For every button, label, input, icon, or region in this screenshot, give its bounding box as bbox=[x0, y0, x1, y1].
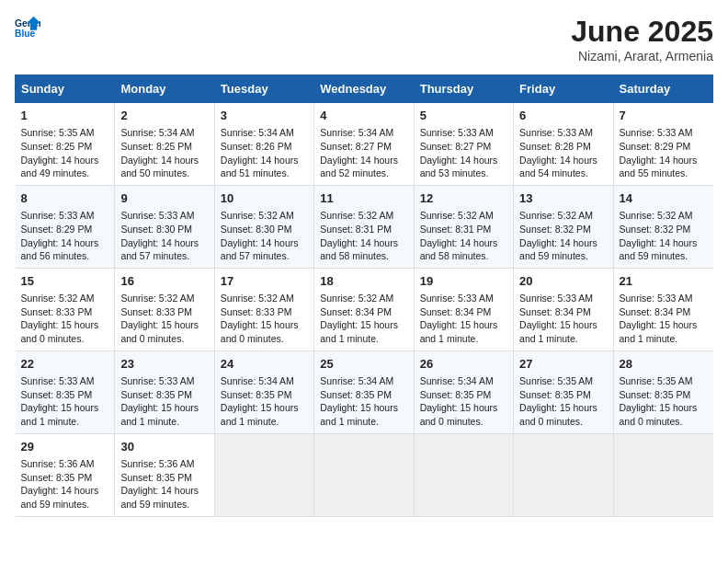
daylight-text: Daylight: 14 hours and 49 minutes. bbox=[21, 155, 99, 179]
daylight-text: Daylight: 14 hours and 57 minutes. bbox=[120, 237, 199, 262]
sunrise-text: Sunrise: 5:34 AM bbox=[221, 375, 294, 386]
calendar-cell: 3Sunrise: 5:34 AMSunset: 8:26 PMDaylight… bbox=[214, 103, 313, 186]
calendar-cell: 16Sunrise: 5:32 AMSunset: 8:33 PMDayligh… bbox=[115, 268, 214, 350]
sunset-text: Sunset: 8:35 PM bbox=[320, 389, 392, 400]
day-number: 30 bbox=[120, 439, 208, 455]
daylight-text: Daylight: 15 hours and 1 minute. bbox=[21, 402, 99, 427]
day-number: 3 bbox=[221, 108, 308, 124]
sunset-text: Sunset: 8:34 PM bbox=[519, 306, 591, 317]
daylight-text: Daylight: 14 hours and 59 minutes. bbox=[21, 485, 99, 510]
calendar-week-row: 1Sunrise: 5:35 AMSunset: 8:25 PMDaylight… bbox=[16, 103, 713, 186]
sunrise-text: Sunrise: 5:33 AM bbox=[21, 210, 95, 221]
day-number: 2 bbox=[120, 108, 208, 124]
sunset-text: Sunset: 8:27 PM bbox=[320, 141, 392, 152]
sunset-text: Sunset: 8:31 PM bbox=[420, 224, 492, 235]
day-number: 25 bbox=[320, 356, 407, 373]
calendar-cell: 10Sunrise: 5:32 AMSunset: 8:30 PMDayligh… bbox=[214, 185, 313, 268]
sunset-text: Sunset: 8:35 PM bbox=[221, 389, 292, 400]
day-number: 28 bbox=[620, 356, 708, 373]
calendar-cell: 1Sunrise: 5:35 AMSunset: 8:25 PMDaylight… bbox=[16, 103, 115, 186]
daylight-text: Daylight: 15 hours and 0 minutes. bbox=[21, 319, 99, 344]
daylight-text: Daylight: 15 hours and 0 minutes. bbox=[420, 402, 498, 427]
calendar-cell bbox=[514, 433, 613, 516]
daylight-text: Daylight: 15 hours and 0 minutes. bbox=[221, 319, 299, 344]
main-title: June 2025 bbox=[571, 15, 713, 49]
sunset-text: Sunset: 8:34 PM bbox=[320, 306, 392, 317]
calendar-table: Sunday Monday Tuesday Wednesday Thursday… bbox=[15, 75, 713, 517]
sunset-text: Sunset: 8:29 PM bbox=[620, 141, 691, 152]
calendar-cell: 28Sunrise: 5:35 AMSunset: 8:35 PMDayligh… bbox=[613, 350, 712, 433]
sunset-text: Sunset: 8:35 PM bbox=[21, 389, 93, 400]
day-number: 4 bbox=[320, 108, 407, 124]
sunset-text: Sunset: 8:29 PM bbox=[21, 224, 93, 235]
sunset-text: Sunset: 8:33 PM bbox=[221, 306, 292, 317]
calendar-cell: 12Sunrise: 5:32 AMSunset: 8:31 PMDayligh… bbox=[414, 185, 513, 268]
day-number: 8 bbox=[21, 190, 109, 207]
sunset-text: Sunset: 8:27 PM bbox=[420, 141, 492, 152]
day-number: 24 bbox=[221, 356, 308, 373]
header: General Blue June 2025 Nizami, Ararat, A… bbox=[15, 15, 713, 63]
daylight-text: Daylight: 14 hours and 52 minutes. bbox=[320, 155, 398, 179]
day-number: 18 bbox=[320, 273, 407, 290]
day-number: 14 bbox=[620, 190, 708, 207]
daylight-text: Daylight: 15 hours and 1 minute. bbox=[120, 402, 199, 427]
day-number: 13 bbox=[519, 190, 607, 207]
calendar-cell: 24Sunrise: 5:34 AMSunset: 8:35 PMDayligh… bbox=[214, 350, 313, 433]
header-thursday: Thursday bbox=[414, 75, 513, 103]
day-number: 16 bbox=[120, 273, 208, 290]
day-number: 1 bbox=[21, 108, 109, 124]
sunset-text: Sunset: 8:26 PM bbox=[221, 141, 292, 152]
calendar-cell: 20Sunrise: 5:33 AMSunset: 8:34 PMDayligh… bbox=[514, 268, 613, 350]
calendar-cell: 2Sunrise: 5:34 AMSunset: 8:25 PMDaylight… bbox=[115, 103, 214, 186]
sunset-text: Sunset: 8:34 PM bbox=[420, 306, 492, 317]
sunrise-text: Sunrise: 5:32 AM bbox=[519, 210, 593, 221]
calendar-cell: 19Sunrise: 5:33 AMSunset: 8:34 PMDayligh… bbox=[414, 268, 513, 350]
sunrise-text: Sunrise: 5:32 AM bbox=[420, 210, 494, 221]
calendar-cell: 7Sunrise: 5:33 AMSunset: 8:29 PMDaylight… bbox=[613, 103, 712, 186]
day-number: 23 bbox=[120, 356, 208, 373]
calendar-cell bbox=[414, 433, 513, 516]
daylight-text: Daylight: 15 hours and 1 minute. bbox=[320, 402, 398, 427]
day-number: 11 bbox=[320, 190, 407, 207]
sunset-text: Sunset: 8:35 PM bbox=[120, 472, 192, 483]
header-saturday: Saturday bbox=[613, 75, 712, 103]
sunrise-text: Sunrise: 5:32 AM bbox=[221, 293, 294, 304]
sunset-text: Sunset: 8:35 PM bbox=[519, 389, 591, 400]
calendar-week-row: 22Sunrise: 5:33 AMSunset: 8:35 PMDayligh… bbox=[16, 350, 713, 433]
sunrise-text: Sunrise: 5:32 AM bbox=[120, 293, 194, 304]
sunrise-text: Sunrise: 5:33 AM bbox=[120, 375, 194, 386]
sunrise-text: Sunrise: 5:36 AM bbox=[21, 458, 95, 469]
day-number: 12 bbox=[420, 190, 507, 207]
sunset-text: Sunset: 8:35 PM bbox=[620, 389, 691, 400]
daylight-text: Daylight: 14 hours and 51 minutes. bbox=[221, 155, 299, 179]
sunrise-text: Sunrise: 5:33 AM bbox=[519, 293, 593, 304]
day-number: 20 bbox=[519, 273, 607, 290]
day-number: 29 bbox=[21, 439, 109, 455]
sunrise-text: Sunrise: 5:32 AM bbox=[320, 293, 393, 304]
day-number: 22 bbox=[21, 356, 109, 373]
sunrise-text: Sunrise: 5:33 AM bbox=[420, 127, 494, 138]
daylight-text: Daylight: 15 hours and 0 minutes. bbox=[120, 319, 199, 344]
daylight-text: Daylight: 15 hours and 1 minute. bbox=[221, 402, 299, 427]
header-sunday: Sunday bbox=[16, 75, 115, 103]
sunrise-text: Sunrise: 5:36 AM bbox=[120, 458, 194, 469]
sunrise-text: Sunrise: 5:34 AM bbox=[221, 127, 294, 138]
sunset-text: Sunset: 8:35 PM bbox=[120, 389, 192, 400]
sunset-text: Sunset: 8:30 PM bbox=[221, 224, 292, 235]
sunrise-text: Sunrise: 5:34 AM bbox=[320, 127, 393, 138]
calendar-cell: 30Sunrise: 5:36 AMSunset: 8:35 PMDayligh… bbox=[115, 433, 214, 516]
sunrise-text: Sunrise: 5:33 AM bbox=[420, 293, 494, 304]
daylight-text: Daylight: 15 hours and 0 minutes. bbox=[620, 402, 698, 427]
daylight-text: Daylight: 14 hours and 53 minutes. bbox=[420, 155, 498, 179]
calendar-cell: 25Sunrise: 5:34 AMSunset: 8:35 PMDayligh… bbox=[314, 350, 414, 433]
day-number: 27 bbox=[519, 356, 607, 373]
calendar-header-row: Sunday Monday Tuesday Wednesday Thursday… bbox=[16, 75, 713, 103]
calendar-cell: 11Sunrise: 5:32 AMSunset: 8:31 PMDayligh… bbox=[314, 185, 414, 268]
calendar-cell: 18Sunrise: 5:32 AMSunset: 8:34 PMDayligh… bbox=[314, 268, 414, 350]
daylight-text: Daylight: 15 hours and 0 minutes. bbox=[519, 402, 597, 427]
daylight-text: Daylight: 14 hours and 54 minutes. bbox=[519, 155, 597, 179]
sunrise-text: Sunrise: 5:33 AM bbox=[519, 127, 593, 138]
sunset-text: Sunset: 8:33 PM bbox=[21, 306, 93, 317]
sunrise-text: Sunrise: 5:35 AM bbox=[21, 127, 95, 138]
calendar-cell: 15Sunrise: 5:32 AMSunset: 8:33 PMDayligh… bbox=[16, 268, 115, 350]
